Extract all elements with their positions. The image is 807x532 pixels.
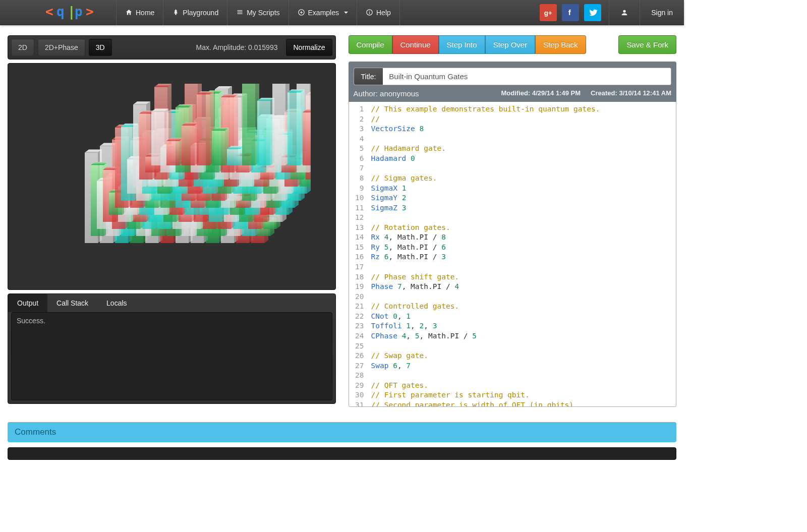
code-line[interactable]: //: [367, 114, 676, 125]
svg-rect-425: [242, 84, 255, 165]
code-line[interactable]: // Rotation gates.: [367, 223, 676, 233]
code-line[interactable]: [367, 292, 676, 302]
stepinto-button[interactable]: Step Into: [439, 35, 485, 54]
svg-rect-410: [166, 141, 180, 165]
nav-help[interactable]: Help: [357, 0, 400, 25]
tree-icon: [172, 9, 180, 16]
nav-playground[interactable]: Playground: [163, 0, 227, 25]
code-line[interactable]: // Phase shift gate.: [367, 272, 676, 282]
list-icon: [236, 9, 244, 16]
svg-text:f: f: [568, 8, 571, 17]
svg-text:p: p: [75, 5, 83, 19]
nav-help-label: Help: [376, 9, 391, 17]
code-line[interactable]: [367, 371, 676, 381]
user-menu[interactable]: [609, 0, 640, 25]
signin-button[interactable]: Sign in: [640, 0, 684, 25]
author-label: Author: anonymous: [354, 89, 491, 98]
code-line[interactable]: Rx 4, Math.PI / 8: [367, 232, 676, 243]
code-line[interactable]: [367, 134, 676, 144]
signin-label: Sign in: [651, 9, 673, 17]
vis-mode-2dphase-button[interactable]: 2D+Phase: [38, 39, 85, 56]
code-line[interactable]: Hadamard 0: [367, 154, 676, 164]
vis-mode-3d-button[interactable]: 3D: [89, 39, 112, 56]
code-line[interactable]: // Controlled gates.: [367, 302, 676, 312]
nav-home-label: Home: [136, 9, 154, 17]
code-line[interactable]: [367, 163, 676, 173]
stepback-button[interactable]: Step Back: [535, 35, 586, 54]
output-body[interactable]: Success.: [11, 312, 332, 400]
tab-locals[interactable]: Locals: [97, 294, 136, 312]
nav-home[interactable]: Home: [116, 0, 163, 25]
code-line[interactable]: // Swap gate.: [367, 351, 676, 361]
svg-text:<: <: [45, 5, 53, 19]
code-line[interactable]: CPhase 4, 5, Math.PI / 5: [367, 331, 676, 341]
tab-callstack[interactable]: Call Stack: [47, 294, 97, 312]
svg-text:g+: g+: [544, 9, 552, 17]
code-line[interactable]: [367, 341, 676, 351]
vis-mode-2d-button[interactable]: 2D: [11, 39, 34, 56]
vis-toolbar: 2D 2D+Phase 3D Max. Amplitude: 0.015993 …: [8, 35, 336, 60]
output-text: Success.: [17, 317, 45, 325]
svg-rect-437: [303, 112, 311, 165]
title-label: Title:: [354, 68, 383, 85]
modified-label: Modified: 4/29/14 1:49 PM: [501, 89, 581, 98]
code-line[interactable]: // Hadamard gate.: [367, 144, 676, 154]
twitter-button[interactable]: [584, 4, 601, 21]
nav-examples-label: Examples: [308, 9, 339, 17]
code-line[interactable]: Swap 6, 7: [367, 361, 676, 371]
svg-rect-407: [151, 112, 164, 165]
code-line[interactable]: Rz 6, Math.PI / 3: [367, 252, 676, 262]
code-line[interactable]: Ry 5, Math.PI / 6: [367, 243, 676, 253]
code-line[interactable]: VectorSize 8: [367, 124, 676, 134]
code-line[interactable]: Toffoli 1, 2, 3: [367, 321, 676, 331]
chevron-down-icon: [344, 12, 348, 14]
code-line[interactable]: SigmaX 1: [367, 184, 676, 194]
code-line[interactable]: SigmaZ 3: [367, 203, 676, 213]
facebook-button[interactable]: f: [562, 4, 579, 21]
code-line[interactable]: // First parameter is starting qbit.: [367, 390, 676, 400]
brand-logo[interactable]: < q | p >: [0, 5, 116, 20]
continue-button[interactable]: Continue: [392, 35, 439, 54]
nav-myscripts[interactable]: My Scripts: [227, 0, 289, 25]
svg-rect-422: [227, 149, 240, 165]
home-icon: [125, 9, 133, 16]
code-line[interactable]: CNot 0, 1: [367, 312, 676, 322]
svg-rect-8: [369, 12, 370, 14]
svg-rect-434: [287, 92, 301, 165]
nav-myscripts-label: My Scripts: [247, 9, 279, 17]
visualization-canvas[interactable]: [8, 63, 336, 290]
info-icon: [366, 9, 373, 16]
googleplus-button[interactable]: g+: [540, 4, 557, 21]
max-amplitude-label: Max. Amplitude: 0.015993: [191, 43, 283, 51]
stepover-button[interactable]: Step Over: [485, 35, 536, 54]
svg-rect-419: [212, 131, 225, 165]
comments-header[interactable]: Comments: [8, 422, 676, 442]
code-editor[interactable]: 1234567891011121314151617181920212223242…: [349, 102, 677, 407]
code-line[interactable]: SigmaY 2: [367, 193, 676, 203]
savefork-button[interactable]: Save & Fork: [618, 35, 676, 54]
code-line[interactable]: Phase 7, Math.PI / 4: [367, 282, 676, 292]
code-line[interactable]: // This example demonstrates built-in qu…: [367, 104, 676, 114]
code-line[interactable]: // Sigma gates.: [367, 173, 676, 184]
action-row: Compile Continue Step Into Step Over Ste…: [349, 35, 677, 54]
code-line[interactable]: [367, 213, 676, 223]
svg-point-7: [369, 11, 370, 12]
code-line[interactable]: // Second parameter is width of QFT (in …: [367, 400, 676, 407]
comments-body: [8, 447, 676, 460]
nav-playground-label: Playground: [183, 9, 218, 17]
normalize-button[interactable]: Normalize: [286, 39, 332, 56]
social-buttons: g+ f: [532, 4, 609, 21]
bars-3d-icon: [38, 84, 311, 275]
meta-panel: Title: Author: anonymous Modified: 4/29/…: [349, 62, 677, 102]
code-line[interactable]: [367, 262, 676, 272]
code-body[interactable]: // This example demonstrates built-in qu…: [367, 102, 676, 406]
svg-rect-416: [197, 94, 210, 165]
svg-rect-413: [182, 126, 195, 165]
code-line[interactable]: // QFT gates.: [367, 381, 676, 391]
compile-button[interactable]: Compile: [349, 35, 392, 54]
svg-rect-428: [257, 101, 270, 165]
created-label: Created: 3/10/14 12:41 AM: [591, 89, 671, 98]
tab-output[interactable]: Output: [8, 294, 47, 312]
nav-examples[interactable]: Examples: [289, 0, 357, 25]
title-input[interactable]: [383, 68, 671, 85]
